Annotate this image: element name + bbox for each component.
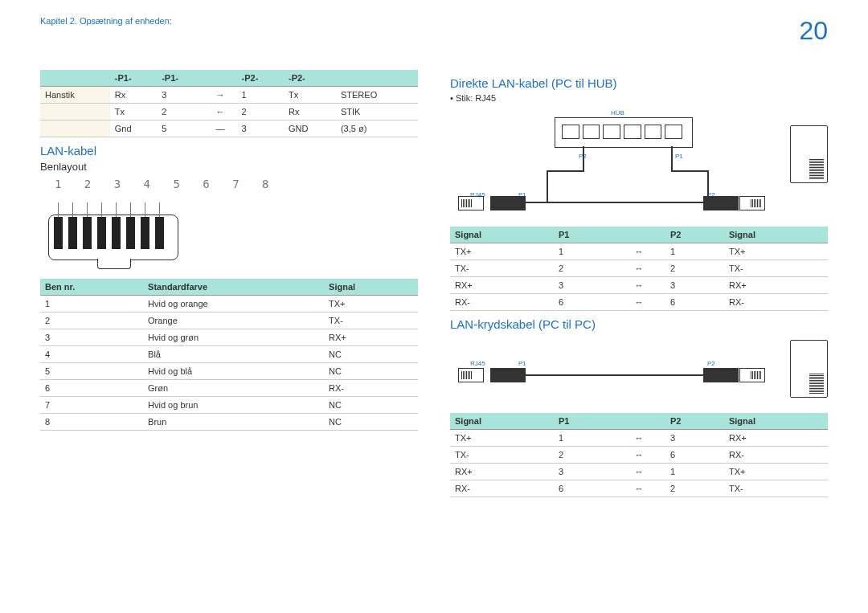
table-row: RX-6↔2TX- [450, 480, 828, 497]
rj45-connector-diagram [40, 190, 185, 271]
lan-cable-title: LAN-kabel [40, 144, 418, 157]
direct-cable-table: Signal P1 P2 Signal TX+1↔1TX+TX-2↔2TX-RX… [450, 227, 828, 311]
pin-layout-subtitle: Benlayout [40, 161, 418, 173]
right-column: Direkte LAN-kabel (PC til HUB) Stik: RJ4… [450, 70, 828, 497]
table-row: 2OrangeTX- [40, 313, 418, 329]
pin-numbers: 1 2 3 4 5 6 7 8 [55, 178, 418, 190]
pc-to-pc-diagram: RJ45 P1 P2 [450, 336, 828, 408]
table-row: TX-2↔2TX- [450, 260, 828, 277]
table-row: 1Hvid og orangeTX+ [40, 296, 418, 313]
page-header: Kapitel 2. Opsætning af enheden: 20 [40, 16, 828, 46]
pin-color-table: Ben nr. Standardfarve Signal 1Hvid og or… [40, 279, 418, 431]
table-row: 6GrønRX- [40, 380, 418, 397]
p1-p2-table: -P1- -P1- -P2- -P2- Hanstik Rx 3 → 1 [40, 70, 418, 137]
table-row: RX-6↔6RX- [450, 294, 828, 311]
table-row: Tx 2 ← 2 Rx STIK [40, 104, 418, 121]
table-row: TX-2↔6RX- [450, 447, 828, 464]
table-row: 8BrunNC [40, 414, 418, 431]
pc-to-hub-diagram: HUB P2 P1 RJ45 P1 P2 [450, 109, 828, 222]
table-row: RX+3↔1TX+ [450, 464, 828, 480]
cross-lan-title: LAN-krydskabel (PC til PC) [450, 317, 828, 331]
chapter-title: Kapitel 2. Opsætning af enheden: [40, 16, 172, 26]
table-row: RX+3↔3RX+ [450, 277, 828, 294]
table-row: Gnd 5 — 3 GND (3,5 ø) [40, 121, 418, 137]
left-column: -P1- -P1- -P2- -P2- Hanstik Rx 3 → 1 [40, 70, 418, 497]
table-row: 3Hvid og grønRX+ [40, 329, 418, 346]
plug-rj45-bullet: Stik: RJ45 [450, 93, 828, 103]
page-number: 20 [799, 16, 828, 46]
table-row: TX+1↔1TX+ [450, 243, 828, 260]
table-row: 4BlåNC [40, 346, 418, 363]
direct-lan-title: Direkte LAN-kabel (PC til HUB) [450, 76, 828, 90]
table-row: TX+1↔3RX+ [450, 430, 828, 447]
table-row: Hanstik Rx 3 → 1 Tx STEREO [40, 87, 418, 104]
cross-cable-table: Signal P1 P2 Signal TX+1↔3RX+TX-2↔6RX-RX… [450, 413, 828, 497]
table-row: 5Hvid og blåNC [40, 363, 418, 380]
table-row: 7Hvid og brunNC [40, 397, 418, 414]
